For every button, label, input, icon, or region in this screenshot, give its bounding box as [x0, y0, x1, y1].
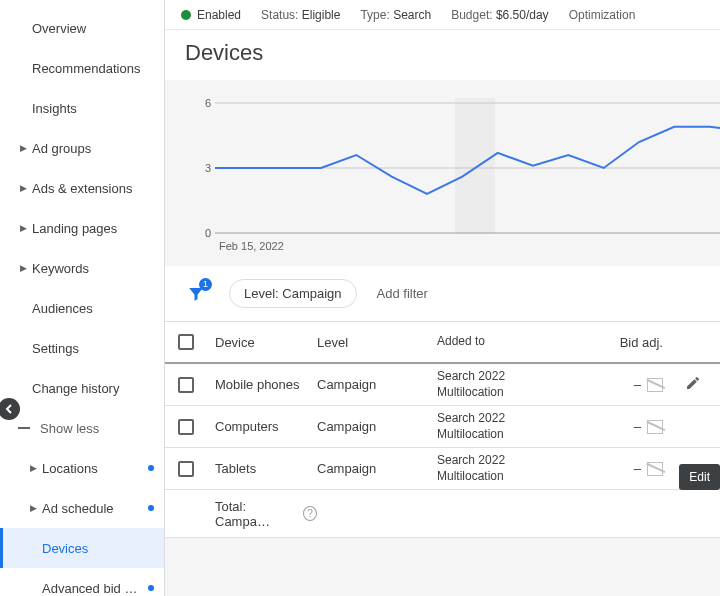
y-tick-label: 3 — [205, 162, 211, 174]
cell-device: Computers — [207, 419, 317, 434]
enabled-label: Enabled — [197, 8, 241, 22]
table-header-row: Device Level Added to Bid adj. — [165, 322, 720, 364]
sidebar-item[interactable]: Devices — [0, 528, 164, 568]
filter-button[interactable]: 1 — [183, 281, 209, 307]
col-header-level[interactable]: Level — [317, 335, 437, 350]
select-all-checkbox[interactable] — [178, 334, 194, 350]
sidebar-item[interactable]: Insights — [0, 88, 164, 128]
status-eligible: Status: Eligible — [261, 8, 340, 22]
indicator-dot-icon — [148, 585, 154, 591]
col-header-bid[interactable]: Bid adj. — [565, 335, 673, 350]
sidebar-item-label: Keywords — [32, 261, 154, 276]
sidebar-item-label: Advanced bid adj. — [42, 581, 142, 596]
add-filter-button[interactable]: Add filter — [377, 286, 428, 301]
cell-added: Search 2022Multilocation — [437, 411, 565, 442]
sidebar-item-label: Ads & extensions — [32, 181, 154, 196]
sidebar-item[interactable]: Recommendations — [0, 48, 164, 88]
cell-level: Campaign — [317, 461, 437, 476]
sidebar-item[interactable]: ▶Ad groups — [0, 128, 164, 168]
show-less-label: Show less — [40, 421, 99, 436]
sidebar-item-label: Ad schedule — [42, 501, 142, 516]
pencil-icon[interactable] — [685, 375, 701, 394]
sidebar-item[interactable]: Settings — [0, 328, 164, 368]
main-content: Enabled Status: Eligible Type: Search Bu… — [165, 0, 720, 596]
row-checkbox[interactable] — [178, 419, 194, 435]
status-bar: Enabled Status: Eligible Type: Search Bu… — [165, 0, 720, 30]
indicator-dot-icon — [148, 465, 154, 471]
cell-level: Campaign — [317, 377, 437, 392]
cell-bid[interactable]: – — [565, 461, 673, 476]
sidebar-item-label: Overview — [32, 21, 154, 36]
chevron-right-icon: ▶ — [20, 263, 28, 273]
status-enabled[interactable]: Enabled — [181, 8, 241, 22]
filter-bar: 1 Level: Campaign Add filter — [165, 266, 720, 322]
sidebar-item[interactable]: ▶Landing pages — [0, 208, 164, 248]
sidebar-item-label: Locations — [42, 461, 142, 476]
edit-tooltip: Edit — [679, 464, 720, 490]
row-checkbox[interactable] — [178, 377, 194, 393]
no-data-icon — [647, 420, 663, 434]
filter-count-badge: 1 — [199, 278, 212, 291]
x-tick-label: Feb 15, 2022 — [219, 240, 284, 252]
cell-level: Campaign — [317, 419, 437, 434]
total-label: Total: Campa… — [215, 499, 297, 529]
status-type: Type: Search — [360, 8, 431, 22]
sidebar-item[interactable]: ▶Locations — [0, 448, 164, 488]
sidebar-item-label: Ad groups — [32, 141, 154, 156]
col-header-added[interactable]: Added to — [437, 334, 565, 350]
sidebar-item[interactable]: Audiences — [0, 288, 164, 328]
chevron-right-icon: ▶ — [20, 183, 28, 193]
table-row: TabletsCampaignSearch 2022Multilocation– — [165, 448, 720, 490]
sidebar-item-label: Devices — [42, 541, 154, 556]
sidebar-item-label: Insights — [32, 101, 154, 116]
chevron-right-icon: ▶ — [20, 143, 28, 153]
cell-device: Tablets — [207, 461, 317, 476]
table-row: Mobile phonesCampaignSearch 2022Multiloc… — [165, 364, 720, 406]
y-tick-label: 0 — [205, 227, 211, 239]
chevron-right-icon: ▶ — [30, 463, 38, 473]
level-chip[interactable]: Level: Campaign — [229, 279, 357, 308]
page-title: Devices — [165, 30, 720, 80]
devices-chart[interactable]: 6 3 0 Feb 15, 2022 — [185, 98, 720, 258]
sidebar-item-label: Recommendations — [32, 61, 154, 76]
sidebar-item[interactable]: ▶Ads & extensions — [0, 168, 164, 208]
sidebar-item[interactable]: Advanced bid adj. — [0, 568, 164, 596]
sidebar-item[interactable]: Change history — [0, 368, 164, 408]
sidebar-item-label: Change history — [32, 381, 154, 396]
cell-device: Mobile phones — [207, 377, 317, 392]
sidebar-item-label: Settings — [32, 341, 154, 356]
indicator-dot-icon — [148, 505, 154, 511]
status-optimization[interactable]: Optimization — [569, 8, 636, 22]
enabled-dot-icon — [181, 10, 191, 20]
table-row: ComputersCampaignSearch 2022Multilocatio… — [165, 406, 720, 448]
chevron-right-icon: ▶ — [30, 503, 38, 513]
devices-table: Device Level Added to Bid adj. Mobile ph… — [165, 322, 720, 538]
sidebar: OverviewRecommendationsInsights▶Ad group… — [0, 0, 165, 596]
sidebar-item[interactable]: Overview — [0, 8, 164, 48]
table-total-row: Total: Campa… ? — [165, 490, 720, 538]
status-budget[interactable]: Budget: $6.50/day — [451, 8, 548, 22]
no-data-icon — [647, 462, 663, 476]
cell-added: Search 2022Multilocation — [437, 453, 565, 484]
no-data-icon — [647, 378, 663, 392]
sidebar-item[interactable]: ▶Keywords — [0, 248, 164, 288]
chevron-right-icon: ▶ — [20, 223, 28, 233]
col-header-device[interactable]: Device — [207, 335, 317, 350]
minus-icon — [18, 427, 30, 429]
sidebar-item-label: Landing pages — [32, 221, 154, 236]
y-tick-label: 6 — [205, 97, 211, 109]
sidebar-item[interactable]: ▶Ad schedule — [0, 488, 164, 528]
svg-rect-0 — [455, 98, 495, 233]
cell-bid[interactable]: – — [565, 419, 673, 434]
cell-bid[interactable]: – — [565, 377, 673, 392]
show-less-toggle[interactable]: Show less — [0, 408, 164, 448]
cell-added: Search 2022Multilocation — [437, 369, 565, 400]
chart-container: 6 3 0 Feb 15, 2022 — [165, 80, 720, 266]
sidebar-item-label: Audiences — [32, 301, 154, 316]
help-icon[interactable]: ? — [303, 506, 317, 521]
row-checkbox[interactable] — [178, 461, 194, 477]
